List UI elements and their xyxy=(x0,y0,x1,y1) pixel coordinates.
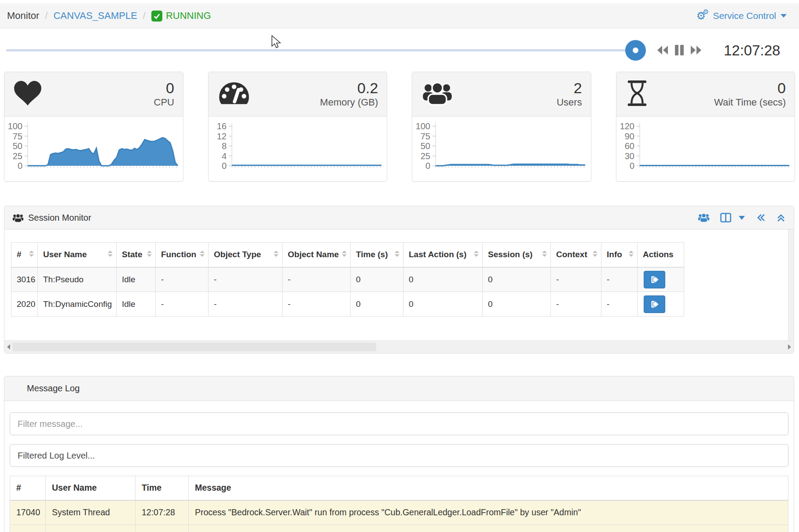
status-badge: RUNNING xyxy=(166,10,211,22)
message-log-table: # User Name Time Message 17040 System Th… xyxy=(10,476,788,532)
column-header-actions: Actions xyxy=(638,243,684,267)
cell-user-name: Th:DynamicConfig xyxy=(38,292,117,317)
cell-time: 12:07:28 xyxy=(136,500,189,525)
horizontal-scrollbar-thumb[interactable] xyxy=(12,343,376,351)
timeline-track[interactable] xyxy=(6,49,636,51)
service-control-dropdown[interactable]: ⚙⚙ Service Control xyxy=(696,10,787,22)
timeline-scrubber: 12:07:28 xyxy=(0,29,799,72)
cell-last-action: 0 xyxy=(403,292,483,317)
users-sparkline-chart: 1007550250 xyxy=(412,117,590,181)
svg-text:50: 50 xyxy=(421,141,430,151)
column-header-object-type[interactable]: Object Type xyxy=(209,243,282,267)
session-monitor-title: Session Monitor xyxy=(28,213,91,223)
message-log-title: Message Log xyxy=(27,383,80,394)
columns-caret-button[interactable] xyxy=(738,215,745,220)
column-header-time[interactable]: Time (s) xyxy=(351,243,403,267)
wait-time-card: 0 Wait Time (secs) 1209060300 xyxy=(616,72,795,182)
column-header-last-action[interactable]: Last Action (s) xyxy=(403,243,483,267)
wait-time-sparkline-chart: 1209060300 xyxy=(616,117,795,181)
column-header-function[interactable]: Function xyxy=(156,243,209,267)
sort-icon xyxy=(628,250,634,259)
users-value: 2 xyxy=(557,80,582,96)
fast-backward-button[interactable] xyxy=(656,45,669,55)
cell-state: Idle xyxy=(117,292,156,317)
filter-message-input[interactable] xyxy=(10,412,788,435)
cell-object-type: - xyxy=(209,292,282,317)
collapse-left-button[interactable] xyxy=(756,213,766,222)
cell-info: - xyxy=(601,292,638,317)
timeline-handle[interactable] xyxy=(625,40,646,61)
session-row-2020: 2020 Th:DynamicConfig Idle - - - 0 0 0 -… xyxy=(11,292,684,317)
memory-card: 0.2 Memory (GB) 1612840 xyxy=(208,72,387,182)
column-header-session[interactable]: Session (s) xyxy=(483,243,551,267)
cell-id: 17040 xyxy=(10,500,46,525)
cell-function: - xyxy=(156,292,209,317)
cell-id: 2020 xyxy=(11,292,38,317)
breadcrumb: Monitor / CANVAS_SAMPLE / RUNNING ⚙⚙ Ser… xyxy=(0,4,799,29)
column-header-id[interactable]: # xyxy=(11,243,38,267)
users-icon xyxy=(422,81,453,107)
metric-cards-row: 0 CPU 1007550250 0.2 Memory (GB) 16128 xyxy=(4,72,795,182)
svg-text:12: 12 xyxy=(217,131,227,141)
wait-time-value: 0 xyxy=(714,80,786,96)
column-header-user-name[interactable]: User Name xyxy=(38,243,117,267)
gauge-icon xyxy=(218,81,250,107)
breadcrumb-separator: / xyxy=(45,10,48,22)
users-card: 2 Users 1007550250 xyxy=(412,72,591,182)
memory-sparkline-chart: 1612840 xyxy=(209,117,387,181)
pause-button[interactable] xyxy=(674,44,684,56)
session-users-button[interactable] xyxy=(698,213,710,222)
svg-text:0: 0 xyxy=(425,161,430,171)
column-header-id: # xyxy=(10,476,46,500)
sort-icon xyxy=(107,250,113,259)
sort-icon xyxy=(592,250,598,259)
memory-label: Memory (GB) xyxy=(320,96,378,109)
cell-time: 0 xyxy=(351,292,403,317)
sort-icon xyxy=(473,250,479,259)
svg-text:50: 50 xyxy=(13,141,22,151)
kick-session-button[interactable] xyxy=(644,271,665,288)
cell-object-name: - xyxy=(282,267,351,292)
svg-text:25: 25 xyxy=(421,151,430,161)
gears-icon: ⚙⚙ xyxy=(696,10,709,22)
svg-text:90: 90 xyxy=(624,131,634,141)
fast-forward-button[interactable] xyxy=(690,45,702,55)
column-header-object-name[interactable]: Object Name xyxy=(282,243,351,267)
breadcrumb-canvas-sample-link[interactable]: CANVAS_SAMPLE xyxy=(53,10,137,22)
timeline-handle-dot xyxy=(633,47,638,53)
breadcrumb-monitor: Monitor xyxy=(7,10,39,22)
column-header-state[interactable]: State xyxy=(117,243,156,267)
current-time: 12:07:28 xyxy=(724,42,780,59)
users-icon xyxy=(12,213,24,222)
hourglass-icon xyxy=(626,80,648,109)
horizontal-scrollbar[interactable] xyxy=(4,340,794,353)
sort-icon xyxy=(341,250,347,259)
column-header-info[interactable]: Info xyxy=(601,243,638,267)
column-header-context[interactable]: Context xyxy=(551,243,601,267)
cell-user-name: Th:Pseudo xyxy=(38,267,117,292)
kick-session-button[interactable] xyxy=(644,295,665,313)
svg-text:100: 100 xyxy=(416,121,430,131)
svg-text:75: 75 xyxy=(13,131,22,141)
cell-last-action: 0 xyxy=(403,267,483,292)
session-row-3016: 3016 Th:Pseudo Idle - - - 0 0 0 - - xyxy=(11,267,684,292)
message-row-partial xyxy=(10,525,788,532)
svg-text:0: 0 xyxy=(630,161,634,171)
scroll-right-arrow-icon[interactable] xyxy=(788,344,791,350)
cell-time: 0 xyxy=(351,267,403,292)
scroll-left-arrow-icon[interactable] xyxy=(7,344,10,350)
message-log-panel: Message Log # User Name Time Message 170… xyxy=(4,376,794,532)
cpu-value: 0 xyxy=(154,80,174,96)
users-label: Users xyxy=(557,96,582,109)
heart-icon xyxy=(14,81,41,107)
collapse-up-button[interactable] xyxy=(776,213,786,222)
cell-actions xyxy=(638,292,684,317)
svg-text:0: 0 xyxy=(222,161,227,171)
filter-log-level-input[interactable] xyxy=(10,444,788,467)
session-table-header-row: # User Name State Function Object Type O… xyxy=(11,243,684,267)
list-icon xyxy=(12,387,22,390)
columns-toggle-button[interactable] xyxy=(720,213,731,222)
svg-text:75: 75 xyxy=(421,131,430,141)
vertical-scrollbar[interactable] xyxy=(788,230,794,340)
message-table-header-row: # User Name Time Message xyxy=(10,476,788,500)
